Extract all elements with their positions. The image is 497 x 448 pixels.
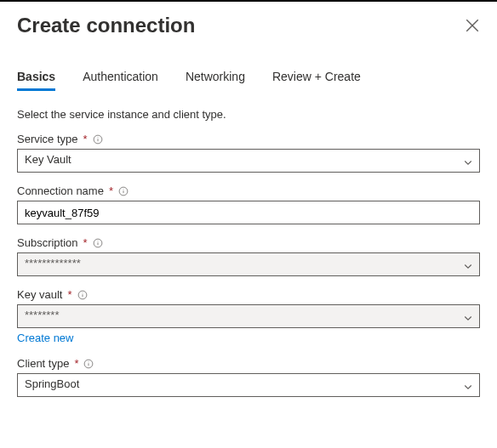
select-value: ******** — [17, 304, 480, 328]
field-service-type: Service type * Key Vault — [17, 133, 480, 173]
label-subscription: Subscription * — [17, 236, 480, 249]
info-icon[interactable] — [77, 290, 88, 300]
select-client-type[interactable]: SpringBoot — [17, 373, 480, 397]
close-icon[interactable] — [465, 18, 480, 33]
svg-point-16 — [89, 361, 89, 362]
required-asterisk: * — [83, 133, 88, 145]
field-client-type: Client type * SpringBoot — [17, 357, 480, 397]
tab-review-create[interactable]: Review + Create — [272, 65, 361, 91]
required-asterisk: * — [74, 357, 78, 370]
label-text: Subscription — [17, 236, 78, 249]
required-asterisk: * — [67, 288, 71, 301]
required-asterisk: * — [109, 184, 113, 197]
tab-networking[interactable]: Networking — [186, 65, 245, 91]
label-service-type: Service type * — [17, 133, 480, 145]
svg-point-13 — [82, 292, 83, 293]
select-value: Key Vault — [17, 149, 480, 173]
svg-point-10 — [97, 241, 98, 241]
create-connection-panel: Create connection Basics Authentication … — [0, 0, 497, 414]
info-icon[interactable] — [93, 238, 103, 248]
field-subscription: Subscription * ************* — [17, 236, 480, 276]
label-key-vault: Key vault * — [17, 288, 480, 301]
select-value: ************* — [17, 252, 480, 276]
select-key-vault[interactable]: ******** — [17, 304, 480, 328]
select-service-type[interactable]: Key Vault — [17, 149, 480, 173]
info-icon[interactable] — [83, 359, 94, 369]
tab-basics[interactable]: Basics — [17, 65, 55, 91]
label-connection-name: Connection name * — [17, 184, 480, 197]
link-create-new[interactable]: Create new — [17, 332, 73, 344]
intro-text: Select the service instance and client t… — [17, 108, 480, 121]
tab-authentication[interactable]: Authentication — [83, 65, 158, 91]
select-value: SpringBoot — [17, 373, 480, 397]
tab-bar: Basics Authentication Networking Review … — [17, 65, 480, 91]
panel-title: Create connection — [17, 14, 195, 37]
label-text: Client type — [17, 357, 69, 370]
label-text: Service type — [17, 133, 78, 145]
label-text: Connection name — [17, 184, 104, 197]
field-key-vault: Key vault * ******** Create new — [17, 288, 480, 345]
input-connection-name[interactable] — [17, 201, 480, 224]
panel-header: Create connection — [17, 2, 480, 44]
label-client-type: Client type * — [17, 357, 480, 370]
select-subscription[interactable]: ************* — [17, 252, 480, 276]
svg-point-7 — [123, 189, 124, 190]
svg-point-4 — [97, 137, 98, 138]
field-connection-name: Connection name * — [17, 184, 480, 224]
required-asterisk: * — [83, 236, 88, 249]
label-text: Key vault — [17, 288, 62, 301]
info-icon[interactable] — [93, 134, 103, 145]
info-icon[interactable] — [118, 186, 129, 196]
